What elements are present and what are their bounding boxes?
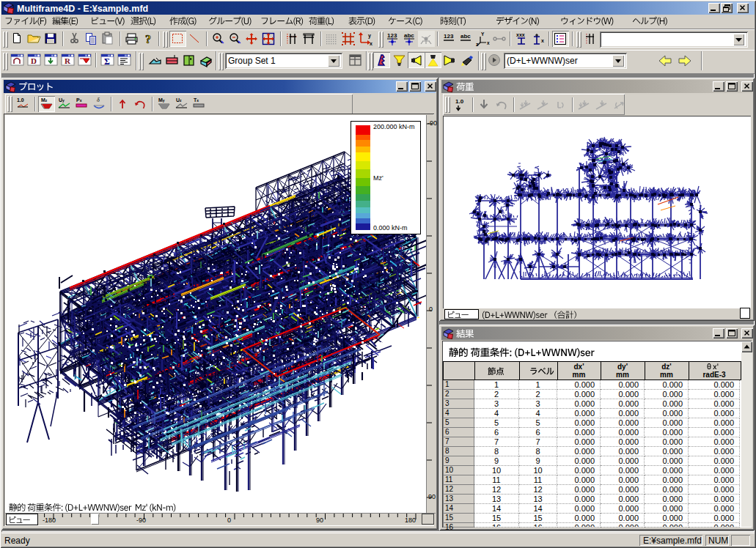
svg-text:xxx: xxx [516, 32, 525, 37]
svg-text:Mz: Mz [41, 97, 48, 103]
svg-text:abc: abc [404, 32, 414, 39]
svg-text:R: R [65, 56, 71, 65]
svg-text:x: x [541, 38, 544, 43]
svg-text:Px: Px [76, 97, 82, 103]
svg-text:x: x [370, 41, 373, 46]
svg-text:123: 123 [387, 32, 397, 39]
svg-text:123: 123 [444, 33, 454, 40]
svg-text:abc: abc [460, 33, 471, 40]
svg-text:x: x [487, 40, 490, 45]
svg-text:y: y [368, 33, 371, 39]
svg-text:Uy: Uy [59, 97, 65, 103]
svg-text:1.0: 1.0 [455, 98, 464, 105]
svg-text:Uz: Uz [176, 97, 182, 103]
svg-text:?: ? [145, 33, 151, 45]
svg-text:1.0: 1.0 [17, 97, 24, 103]
svg-text:Y: Y [481, 32, 485, 37]
svg-text:My: My [158, 97, 165, 103]
svg-text:D: D [31, 56, 37, 65]
svg-text:Σ: Σ [104, 56, 110, 67]
svg-text:Tx: Tx [194, 97, 199, 103]
svg-text:δ: δ [97, 97, 100, 103]
